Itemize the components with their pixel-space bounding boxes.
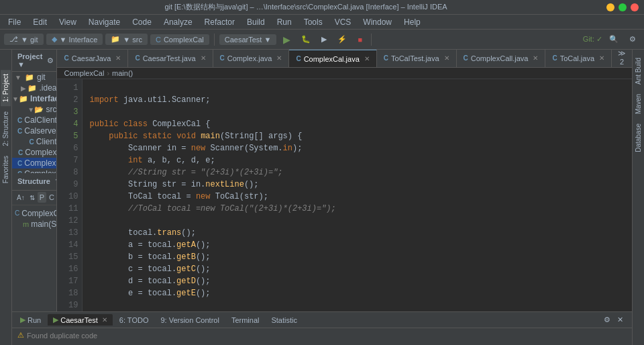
menu-vcs[interactable]: VCS: [329, 16, 357, 28]
tree-item-calclient[interactable]: ▶ C CalClient: [12, 115, 56, 126]
project-panel-header: Project ▼ ⚙ — ✕: [12, 50, 56, 72]
editor-body: Project ▼ ⚙ — ✕ ▼ 📁 git: [12, 50, 632, 311]
breadcrumb-method[interactable]: main(): [112, 69, 133, 77]
menu-build[interactable]: Build: [241, 16, 270, 28]
menu-refactor[interactable]: Refactor: [199, 16, 240, 28]
struct-item-main[interactable]: m main(String[]): void: [15, 219, 54, 230]
close-button[interactable]: [631, 3, 639, 11]
git-selector[interactable]: ⎇ ▼ git: [4, 34, 44, 45]
toolbar-sep2: [371, 34, 372, 46]
title-bar: git [E:\数据结构与java\git] – …\Interface\src…: [0, 0, 644, 15]
caesartest-selector[interactable]: CaesarTest ▼: [219, 34, 277, 45]
interface-selector[interactable]: ◆ ▼ Interface: [46, 34, 103, 45]
bottom-tabs: ▶ Run ▶ CaesarTest ✕ 6: TODO 9: Version …: [12, 312, 632, 328]
project-settings-btn[interactable]: ⚙: [45, 55, 56, 66]
menu-window[interactable]: Window: [358, 16, 397, 28]
struct-btn4[interactable]: C: [47, 192, 56, 203]
outer-layout: 1: Project 2: Structure Favorites Projec…: [0, 50, 644, 345]
bottom-text: Found duplicate code: [27, 332, 97, 340]
tab-complexcal[interactable]: C ComplexCal.java ✕: [289, 50, 376, 67]
bottom-close-btn[interactable]: ✕: [615, 314, 625, 326]
tab-tocaltest-icon: C: [384, 54, 388, 62]
run-button[interactable]: ▶: [279, 32, 294, 47]
caesartest-label: CaesarTest ▼: [225, 36, 272, 44]
caesar-test-label: CaesarTest: [60, 316, 98, 324]
code-content[interactable]: import java.util.Scanner; public class C…: [83, 79, 632, 311]
menu-run[interactable]: Run: [272, 16, 297, 28]
settings-button[interactable]: ⚙: [625, 33, 640, 46]
menu-view[interactable]: View: [54, 16, 82, 28]
coverage-button[interactable]: ▶: [317, 33, 331, 46]
caesar-test-tab-close[interactable]: ✕: [102, 316, 107, 324]
struct-btn2[interactable]: ⇅: [28, 193, 37, 203]
complexcal-selector[interactable]: C ComplexCal: [150, 34, 209, 45]
tree-item-idea[interactable]: ▶ 📁 .idea: [12, 83, 56, 93]
src-icon: 📁: [111, 35, 120, 44]
structure-panel-tab[interactable]: 2: Structure: [1, 107, 11, 150]
maven-tab[interactable]: Maven: [633, 90, 643, 118]
tab-caesarjava-close[interactable]: ✕: [115, 54, 121, 62]
interface-label: ▼ Interface: [60, 36, 98, 44]
tab-complexcall-close[interactable]: ✕: [533, 54, 538, 62]
run-tab-label: Run: [28, 316, 41, 324]
tab-tocal-close[interactable]: ✕: [599, 54, 604, 62]
breadcrumb-class[interactable]: ComplexCal: [64, 69, 104, 77]
line-numbers: 1 2 3 4 5 6 7 8 9 10 11 12 13 14: [57, 79, 83, 311]
statistic-tab[interactable]: Statistic: [266, 315, 303, 326]
project-panel-tab[interactable]: 1: Project: [1, 70, 11, 106]
favorites-panel-tab[interactable]: Favorites: [1, 152, 11, 187]
menu-file[interactable]: File: [3, 16, 26, 28]
minimize-button[interactable]: [606, 3, 614, 11]
tree-item-src[interactable]: ▼ 📂 src: [12, 104, 56, 115]
run-tab[interactable]: ▶ Run: [15, 314, 46, 326]
menu-tools[interactable]: Tools: [299, 16, 328, 28]
tab-complexcal-close[interactable]: ✕: [364, 55, 370, 62]
complexcal-label: ComplexCal: [164, 36, 204, 44]
struct-item-complexcal[interactable]: C ComplexCal: [15, 208, 54, 219]
tree-item-interface[interactable]: ▼ 📁 Interface: [12, 93, 56, 104]
stop-button[interactable]: ■: [354, 34, 366, 46]
tab-caesartest[interactable]: C CaesarTest.java ✕: [128, 50, 213, 67]
tab-complex-icon: C: [220, 54, 225, 62]
menu-help[interactable]: Help: [398, 16, 426, 28]
terminal-tab[interactable]: Terminal: [226, 315, 265, 326]
maximize-button[interactable]: [619, 3, 627, 11]
recent-files-btn[interactable]: ≫ 2: [616, 50, 628, 67]
tab-caesartest-close[interactable]: ✕: [201, 54, 206, 62]
search-everywhere-button[interactable]: 🔍: [605, 33, 623, 46]
tree-item-client[interactable]: ▶ C Client: [12, 136, 56, 147]
editor-tabs-bar: C CaesarJava ✕ C CaesarTest.java ✕ C Com…: [57, 50, 632, 68]
tab-tocaltest-close[interactable]: ✕: [444, 54, 449, 62]
debug-button[interactable]: 🐛: [297, 33, 315, 46]
tab-tocal[interactable]: C ToCal.java ✕: [545, 50, 612, 67]
tab-tocaltest[interactable]: C ToCalTest.java ✕: [377, 50, 457, 67]
structure-sort-btn[interactable]: ⇅: [53, 176, 58, 187]
tree-item-calserver[interactable]: ▶ C Calserver: [12, 126, 56, 136]
toolbar-right: Git: ✓ 🔍 ⚙: [583, 33, 640, 46]
code-editor: 1 2 3 4 5 6 7 8 9 10 11 12 13 14: [57, 79, 632, 311]
todo-tab[interactable]: 6: TODO: [114, 315, 154, 326]
menu-analyze[interactable]: Analyze: [158, 16, 198, 28]
menu-navigate[interactable]: Navigate: [83, 16, 125, 28]
struct-btn1[interactable]: A↑: [15, 193, 27, 203]
ant-build-tab[interactable]: Ant Build: [633, 54, 643, 89]
left-vertical-tabs: 1: Project 2: Structure Favorites: [0, 50, 12, 345]
tree-item-git[interactable]: ▼ 📁 git: [12, 72, 56, 83]
bottom-section: ▶ Run ▶ CaesarTest ✕ 6: TODO 9: Version …: [12, 311, 632, 345]
struct-btn3[interactable]: P: [38, 192, 46, 203]
event-log-icon: ⚠: [17, 331, 24, 340]
profile-button[interactable]: ⚡: [333, 33, 351, 46]
version-control-tab[interactable]: 9: Version Control: [155, 315, 224, 326]
caesar-test-run-tab[interactable]: ▶ CaesarTest ✕: [48, 314, 113, 326]
tab-complexcall[interactable]: C ComplexCall.java ✕: [457, 50, 546, 67]
menu-edit[interactable]: Edit: [28, 16, 52, 28]
src-selector[interactable]: 📁 ▼ src: [105, 34, 148, 45]
bottom-settings-btn[interactable]: ⚙: [602, 314, 612, 326]
tab-caesarjava[interactable]: C CaesarJava ✕: [57, 50, 128, 67]
tree-item-complexcal[interactable]: ▶ C ComplexCal: [12, 158, 56, 168]
database-tab[interactable]: Database: [633, 119, 643, 156]
tab-complex[interactable]: C Complex.java ✕: [213, 50, 290, 67]
menu-code[interactable]: Code: [127, 16, 157, 28]
tree-item-complex[interactable]: ▶ C Complex: [12, 147, 56, 158]
tab-complex-close[interactable]: ✕: [276, 54, 282, 62]
